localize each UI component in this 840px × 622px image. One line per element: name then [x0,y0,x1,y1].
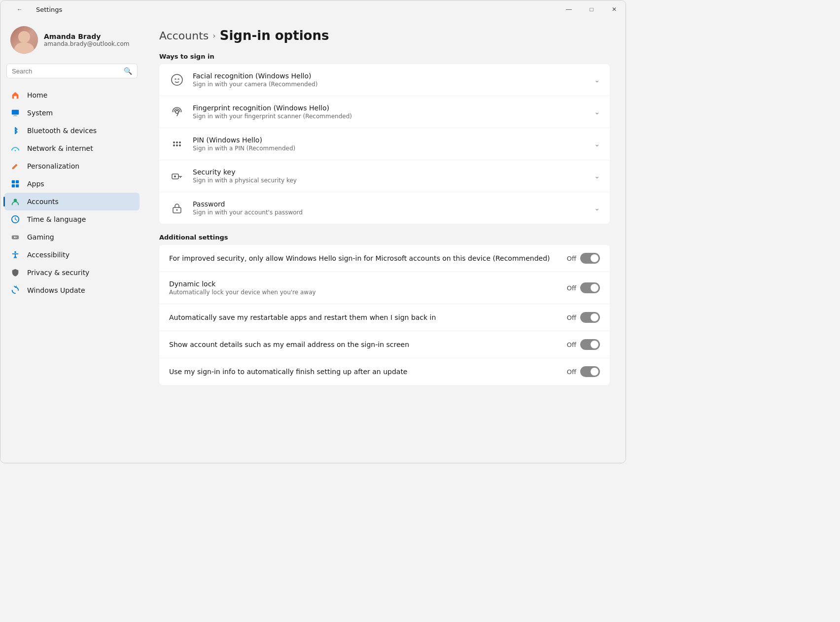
search-icon: 🔍 [124,67,132,75]
facial-subtitle: Sign in with your camera (Recommended) [193,81,586,88]
close-button[interactable]: ✕ [603,0,626,18]
titlebar-title: Settings [36,6,62,13]
sign-in-option-pin[interactable]: PIN (Windows Hello) Sign in with a PIN (… [159,128,610,160]
sidebar-item-gaming[interactable]: Gaming [4,228,140,246]
sidebar-item-network[interactable]: Network & internet [4,139,140,157]
svg-point-16 [172,74,182,85]
svg-point-29 [176,209,178,211]
app-body: Amanda Brady amanda.brady@outlook.com 🔍 … [0,18,626,463]
svg-point-20 [179,141,181,143]
account-details-toggle-area: Off [567,339,600,350]
sidebar-item-apps[interactable]: Apps [4,175,140,193]
sidebar-item-system[interactable]: System [4,104,140,122]
windows-hello-only-toggle[interactable] [580,253,600,264]
sign-in-info-toggle-label: Off [567,368,576,376]
update-icon [10,285,20,295]
svg-point-4 [15,150,16,151]
sidebar-item-accessibility[interactable]: Accessibility [4,246,140,264]
fingerprint-subtitle: Sign in with your fingerprint scanner (R… [193,113,586,120]
chevron-down-icon: ⌄ [594,76,600,84]
titlebar-controls: — □ ✕ [558,0,626,18]
sign-in-option-password[interactable]: Password Sign in with your account's pas… [159,192,610,224]
sidebar-item-accounts[interactable]: Accounts [4,193,140,210]
home-icon [10,90,20,100]
search-input[interactable] [12,68,120,75]
password-title: Password [193,200,586,208]
additional-settings-label: Additional settings [159,234,610,241]
breadcrumb-separator: › [212,31,215,40]
sidebar-item-label-network: Network & internet [27,144,93,152]
svg-point-27 [174,175,176,177]
sidebar-item-label-privacy: Privacy & security [27,269,89,276]
security-key-subtitle: Sign in with a physical security key [193,177,586,184]
sidebar-search: 🔍 [0,64,143,84]
chevron-down-icon: ⌄ [594,108,600,116]
windows-hello-only-text: For improved security, only allow Window… [169,254,559,262]
windows-hello-only-toggle-label: Off [567,255,576,262]
password-icon [169,200,185,216]
restartable-apps-toggle-label: Off [567,314,576,321]
sign-in-info-title: Use my sign-in info to automatically fin… [169,368,559,376]
svg-point-18 [173,141,175,143]
sign-in-info-toggle[interactable] [580,366,600,377]
svg-rect-2 [14,115,16,116]
sidebar-item-bluetooth[interactable]: Bluetooth & devices [4,122,140,139]
profile-email: amanda.brady@outlook.com [44,40,134,47]
privacy-icon [10,268,20,277]
sidebar-item-personalization[interactable]: Personalization [4,157,140,175]
dynamic-lock-toggle[interactable] [580,282,600,293]
dynamic-lock-title: Dynamic lock [169,280,559,288]
search-box[interactable]: 🔍 [6,64,138,78]
titlebar: ← Settings — □ ✕ [0,0,626,18]
profile-name: Amanda Brady [44,33,134,40]
security-key-title: Security key [193,168,586,176]
network-icon [10,143,20,153]
account-details-toggle-label: Off [567,341,576,348]
sidebar-item-label-system: System [27,109,53,117]
fingerprint-icon [169,104,185,120]
minimize-button[interactable]: — [558,0,580,18]
account-details-toggle[interactable] [580,339,600,350]
main-content: Accounts › Sign-in options Ways to sign … [143,18,626,463]
sidebar-item-time[interactable]: Time & language [4,210,140,228]
sign-in-option-security-key[interactable]: Security key Sign in with a physical sec… [159,160,610,192]
facial-title: Facial recognition (Windows Hello) [193,72,586,80]
breadcrumb-parent[interactable]: Accounts [159,30,209,42]
windows-hello-only-title: For improved security, only allow Window… [169,254,559,262]
facial-text: Facial recognition (Windows Hello) Sign … [193,72,586,88]
sign-in-options-group: Facial recognition (Windows Hello) Sign … [159,64,610,224]
sign-in-option-facial[interactable]: Facial recognition (Windows Hello) Sign … [159,64,610,96]
sidebar-item-update[interactable]: Windows Update [4,281,140,299]
account-details-text: Show account details such as my email ad… [169,341,559,348]
sidebar-item-label-accounts: Accounts [27,198,59,206]
apps-icon [10,179,20,189]
system-icon [10,108,20,118]
svg-point-19 [176,141,178,143]
setting-sign-in-info: Use my sign-in info to automatically fin… [159,358,610,385]
pin-icon [169,136,185,152]
sign-in-option-fingerprint[interactable]: Fingerprint recognition (Windows Hello) … [159,96,610,128]
security-key-icon [169,168,185,184]
dynamic-lock-text: Dynamic lock Automatically lock your dev… [169,280,559,296]
password-subtitle: Sign in with your account's password [193,209,586,216]
maximize-button[interactable]: □ [580,0,603,18]
password-text: Password Sign in with your account's pas… [193,200,586,216]
sidebar-item-privacy[interactable]: Privacy & security [4,264,140,281]
bluetooth-icon [10,126,20,136]
sidebar-item-home[interactable]: Home [4,86,140,104]
breadcrumb-current: Sign-in options [220,28,329,43]
security-key-text: Security key Sign in with a physical sec… [193,168,586,184]
sidebar-item-label-time: Time & language [27,215,86,223]
sidebar-item-label-accessibility: Accessibility [27,251,70,259]
svg-point-15 [14,251,16,253]
restartable-apps-toggle[interactable] [580,312,600,323]
back-button[interactable]: ← [8,0,31,18]
time-icon [10,214,20,224]
svg-rect-6 [16,180,19,183]
svg-point-21 [173,144,175,146]
dynamic-lock-toggle-label: Off [567,284,576,292]
sign-in-info-text: Use my sign-in info to automatically fin… [169,368,559,376]
svg-point-14 [16,237,17,238]
sidebar-profile[interactable]: Amanda Brady amanda.brady@outlook.com [0,18,143,64]
dynamic-lock-subtitle: Automatically lock your device when you'… [169,289,559,296]
